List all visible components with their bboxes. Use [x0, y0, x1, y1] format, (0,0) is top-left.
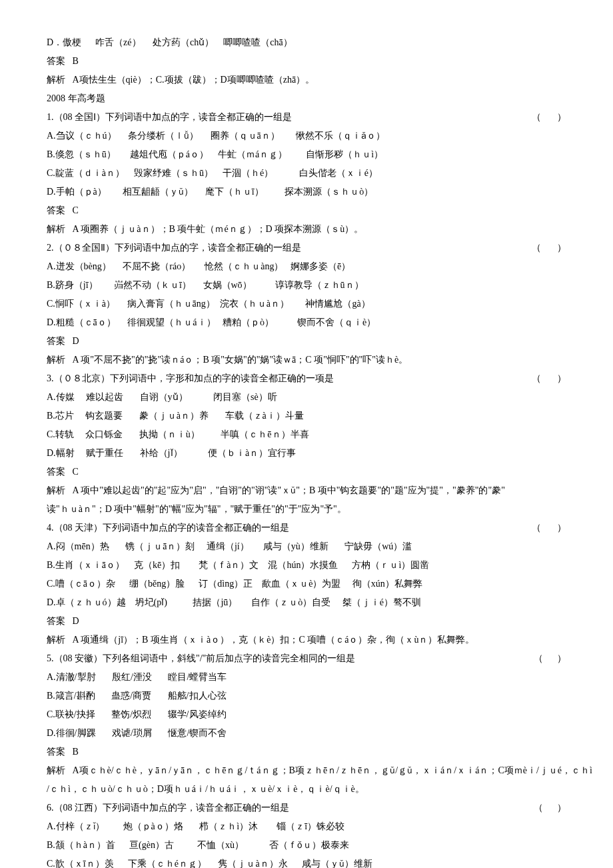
- answer-bracket: （ ）: [534, 649, 566, 668]
- text-line: 答案 C: [47, 463, 566, 481]
- text-line: 1.（08 全国Ⅰ）下列词语中加点的字，读音全都正确的一组是（ ）: [47, 108, 566, 127]
- line-text: B.跻身（jī） 岿然不动（ｋｕī） 女娲（wō） 谆谆教导（ｚｈūｎ）: [47, 280, 364, 290]
- text-line: 答案 B: [47, 743, 566, 761]
- line-text: 5.（08 安徽）下列各组词语中，斜线"/"前后加点字的读音完全相同的一组是: [47, 653, 355, 663]
- text-line: C.恫吓（ｘｉà） 病入膏肓（ｈｕāng） 浣衣（ｈｕàｎ） 神情尴尬（gà）: [47, 295, 566, 313]
- line-text: 解析 A 项通缉（jī）；B 项生肖（ｘｉàｏ），克（ｋè）扣；C 项嘈（ｃáｏ…: [47, 635, 474, 645]
- text-line: C.靛蓝（ｄｉàｎ） 毁家纾难（ｓｈū） 干涸（ｈé） 白头偕老（ｘｉé）: [47, 164, 566, 183]
- text-line: D.粗糙（ｃāｏ） 徘徊观望（ｈｕáｉ） 糟粕（ｐò） 锲而不舍（ｑｉè）: [47, 313, 566, 332]
- text-line: 解析 A 项中"难以起齿"的"起"应为"启"，"自诩"的"诩"读"ｘǔ"；B 项…: [47, 481, 566, 500]
- line-text: 答案 C: [47, 467, 79, 477]
- text-line: A.传媒 难以起齿 自诩（yǔ） 闭目塞（sè）听: [47, 388, 566, 407]
- text-line: C.转轨 众口铄金 执拗（ｎｉù） 半嗔（ｃｈēｎ）半喜: [47, 425, 566, 444]
- line-text: 1.（08 全国Ⅰ）下列词语中加点的字，读音全都正确的一组是: [47, 112, 292, 122]
- text-line: B.芯片 钩玄题要 豢（ｊｕàｎ）养 车载（ｚàｉ）斗量: [47, 407, 566, 425]
- text-line: 解析 A项怯生生（qiè）；C.项拔（跋）；D项唧唧喳喳（zhā）。: [47, 71, 566, 89]
- text-line: 解析 A 项通缉（jī）；B 项生肖（ｘｉàｏ），克（ｋè）扣；C 项嘈（ｃáｏ…: [47, 631, 566, 649]
- text-line: C.联袂/抉择 整饬/炽烈 辍学/风姿绰约: [47, 705, 566, 724]
- text-line: A.迸发（bèng） 不屈不挠（ráo） 怆然（ｃｈｕàng） 婀娜多姿（ē）: [47, 257, 566, 276]
- line-text: /ｃｈì，ｃｈｕò/ｃｈｕò；D项ｈｕáｉ/ｈｕáｉ，ｘｕè/ｘｉè，ｑｉè/ｑ…: [47, 784, 364, 794]
- line-text: D.粗糙（ｃāｏ） 徘徊观望（ｈｕáｉ） 糟粕（ｐò） 锲而不舍（ｑｉè）: [47, 317, 376, 327]
- text-line: B.跻身（jī） 岿然不动（ｋｕī） 女娲（wō） 谆谆教导（ｚｈūｎ）: [47, 276, 566, 295]
- text-line: D.卓（ｚｈｕó）越 坍圮(pǐ) 拮据（jū） 自作（ｚｕò）自受 桀（ｊｉé…: [47, 593, 566, 612]
- line-text: D．傲梗 咋舌（zé） 处方药（chǔ） 唧唧喳喳（chā）: [47, 37, 293, 47]
- answer-bracket: （ ）: [534, 799, 566, 817]
- answer-bracket: （ ）: [532, 239, 567, 257]
- line-text: A.迸发（bèng） 不屈不挠（ráo） 怆然（ｃｈｕàng） 婀娜多姿（ē）: [47, 261, 350, 271]
- text-line: D.手帕（ｐà） 相互龃龉（ｙǔ） 麾下（ｈｕī） 探本溯源（ｓｈｕò）: [47, 183, 566, 201]
- line-text: A.闷（mēn）热 镌（ｊｕāｎ）刻 通缉（jí） 咸与（yù）维新 宁缺毋（w…: [47, 541, 412, 551]
- line-text: C.靛蓝（ｄｉàｎ） 毁家纾难（ｓｈū） 干涸（ｈé） 白头偕老（ｘｉé）: [47, 168, 378, 178]
- line-text: 6.（08 江西）下列词语中加点的字，读音全都正确的一组是: [47, 803, 289, 813]
- line-text: 答案 D: [47, 336, 79, 346]
- line-text: A.传媒 难以起齿 自诩（yǔ） 闭目塞（sè）听: [47, 392, 277, 402]
- line-text: C.嘈（ｃāｏ）杂 绷（běng）脸 订（dìng）正 歃血（ｘｕè）为盟 徇（…: [47, 579, 422, 589]
- text-line: 答案 B: [47, 52, 566, 71]
- text-line: A.闷（mēn）热 镌（ｊｕāｎ）刻 通缉（jí） 咸与（yù）维新 宁缺毋（w…: [47, 537, 566, 556]
- line-text: D.手帕（ｐà） 相互龃龉（ｙǔ） 麾下（ｈｕī） 探本溯源（ｓｈｕò）: [47, 187, 373, 197]
- document-body: D．傲梗 咋舌（zé） 处方药（chǔ） 唧唧喳喳（chā）答案 B解析 A项怯…: [47, 33, 566, 868]
- answer-bracket: （ ）: [532, 108, 567, 127]
- text-line: D.徘徊/脚踝 戏谑/琐屑 惬意/锲而不舍: [47, 724, 566, 743]
- text-line: D．傲梗 咋舌（zé） 处方药（chǔ） 唧唧喳喳（chā）: [47, 33, 566, 52]
- text-line: A.清澈/掣肘 殷红/湮没 瞠目/螳臂当车: [47, 668, 566, 687]
- line-text: 读"ｈｕàｎ"；D 项中"幅射"的"幅"应为"辐"，"赋于重任"的"于"应为"予…: [47, 504, 346, 514]
- text-line: B.颔（ｈàｎ）首 亘(gèn）古 不恤（xù） 否（ｆǒｕ）极泰来: [47, 836, 566, 855]
- text-line: B.生肖（ｘｉāｏ） 克（kē）扣 梵（ｆàｎ）文 混（hún）水摸鱼 方枘（ｒ…: [47, 556, 566, 575]
- line-text: C.联袂/抉择 整饬/炽烈 辍学/风姿绰约: [47, 709, 227, 719]
- line-text: B.颔（ｈàｎ）首 亘(gèn）古 不恤（xù） 否（ｆǒｕ）极泰来: [47, 840, 349, 850]
- line-text: 解析 A 项圈养（ｊｕàｎ）；B 项牛虻（ｍéｎｇ）；D 项探本溯源（ｓù）。: [47, 224, 363, 234]
- line-text: C.歆（ｘīｎ）羡 下乘（ｃｈéｎｇ） 隽（ｊｕàｎ）永 咸与（ｙǔ）维新: [47, 859, 372, 868]
- text-line: 解析 A项ｃｈè/ｃｈè，ｙāｎ/ｙāｎ，ｃｈēｎｇ/ｔáｎｇ；B项ｚｈēｎ/ｚ…: [47, 761, 566, 780]
- line-text: 4.（08 天津）下列词语中加点的字的读音全都正确的一组是: [47, 523, 289, 533]
- text-line: 2008 年高考题: [47, 89, 566, 108]
- line-text: 解析 A项怯生生（qiè）；C.项拔（跋）；D项唧唧喳喳（zhā）。: [47, 75, 314, 85]
- text-line: 4.（08 天津）下列词语中加点的字的读音全都正确的一组是（ ）: [47, 519, 566, 537]
- text-line: C.歆（ｘīｎ）羡 下乘（ｃｈéｎｇ） 隽（ｊｕàｎ）永 咸与（ｙǔ）维新: [47, 855, 566, 868]
- answer-bracket: （ ）: [532, 519, 567, 537]
- line-text: B.箴言/斟酌 蛊惑/商贾 船舷/扣人心弦: [47, 691, 227, 701]
- line-text: A.清澈/掣肘 殷红/湮没 瞠目/螳臂当车: [47, 672, 227, 682]
- line-text: 解析 A 项"不屈不挠"的"挠"读ｎáｏ；B 项"女娲"的"娲"读ｗā；C 项"…: [47, 355, 408, 365]
- answer-bracket: （ ）: [532, 369, 567, 388]
- line-text: A.付梓（ｚǐ） 炮（ｐàｏ）烙 栉（ｚｈì）沐 锱（ｚī）铢必较: [47, 821, 344, 831]
- text-line: 答案 D: [47, 332, 566, 351]
- text-line: B.倏忽（ｓｈū） 越俎代庖（ｐáｏ） 牛虻（ｍáｎｇ） 自惭形秽（ｈｕì）: [47, 145, 566, 164]
- line-text: A.刍议（ｃｈú） 条分缕析（ｌǚ） 圈养（ｑｕāｎ） 愀然不乐（ｑｉǎｏ）: [47, 131, 385, 141]
- line-text: 解析 A项ｃｈè/ｃｈè，ｙāｎ/ｙāｎ，ｃｈēｎｇ/ｔáｎｇ；B项ｚｈēｎ/ｚ…: [47, 765, 592, 775]
- line-text: 2008 年高考题: [47, 93, 105, 103]
- line-text: 答案 D: [47, 616, 79, 626]
- text-line: C.嘈（ｃāｏ）杂 绷（běng）脸 订（dìng）正 歃血（ｘｕè）为盟 徇（…: [47, 575, 566, 593]
- line-text: D.徘徊/脚踝 戏谑/琐屑 惬意/锲而不舍: [47, 728, 227, 738]
- text-line: A.刍议（ｃｈú） 条分缕析（ｌǚ） 圈养（ｑｕāｎ） 愀然不乐（ｑｉǎｏ）: [47, 127, 566, 145]
- text-line: /ｃｈì，ｃｈｕò/ｃｈｕò；D项ｈｕáｉ/ｈｕáｉ，ｘｕè/ｘｉè，ｑｉè/ｑ…: [47, 780, 566, 799]
- text-line: 6.（08 江西）下列词语中加点的字，读音全都正确的一组是（ ）: [47, 799, 566, 817]
- line-text: 答案 B: [47, 747, 79, 757]
- line-text: C.转轨 众口铄金 执拗（ｎｉù） 半嗔（ｃｈēｎ）半喜: [47, 429, 309, 439]
- line-text: C.恫吓（ｘｉà） 病入膏肓（ｈｕāng） 浣衣（ｈｕàｎ） 神情尴尬（gà）: [47, 299, 370, 309]
- text-line: A.付梓（ｚǐ） 炮（ｐàｏ）烙 栉（ｚｈì）沐 锱（ｚī）铢必较: [47, 817, 566, 836]
- text-line: 解析 A 项圈养（ｊｕàｎ）；B 项牛虻（ｍéｎｇ）；D 项探本溯源（ｓù）。: [47, 220, 566, 239]
- text-line: 3.（０８北京）下列词语中，字形和加点的字的读音全都正确的一项是（ ）: [47, 369, 566, 388]
- text-line: B.箴言/斟酌 蛊惑/商贾 船舷/扣人心弦: [47, 687, 566, 705]
- line-text: D.幅射 赋于重任 补给（jǐ） 便（ｂｉàｎ）宜行事: [47, 448, 296, 458]
- line-text: 解析 A 项中"难以起齿"的"起"应为"启"，"自诩"的"诩"读"ｘǔ"；B 项…: [47, 485, 505, 495]
- line-text: 3.（０８北京）下列词语中，字形和加点的字的读音全都正确的一项是: [47, 373, 334, 383]
- line-text: B.生肖（ｘｉāｏ） 克（kē）扣 梵（ｆàｎ）文 混（hún）水摸鱼 方枘（ｒ…: [47, 560, 429, 570]
- text-line: D.幅射 赋于重任 补给（jǐ） 便（ｂｉàｎ）宜行事: [47, 444, 566, 463]
- text-line: 读"ｈｕàｎ"；D 项中"幅射"的"幅"应为"辐"，"赋于重任"的"于"应为"予…: [47, 500, 566, 519]
- line-text: B.倏忽（ｓｈū） 越俎代庖（ｐáｏ） 牛虻（ｍáｎｇ） 自惭形秽（ｈｕì）: [47, 149, 383, 159]
- text-line: 2.（０８全国Ⅱ）下列词语中加点的字，读音全都正确的一组是（ ）: [47, 239, 566, 257]
- text-line: 答案 C: [47, 201, 566, 220]
- line-text: B.芯片 钩玄题要 豢（ｊｕàｎ）养 车载（ｚàｉ）斗量: [47, 411, 304, 421]
- line-text: 答案 C: [47, 205, 79, 215]
- line-text: 答案 B: [47, 56, 79, 66]
- line-text: D.卓（ｚｈｕó）越 坍圮(pǐ) 拮据（jū） 自作（ｚｕò）自受 桀（ｊｉé…: [47, 597, 421, 607]
- line-text: 2.（０８全国Ⅱ）下列词语中加点的字，读音全都正确的一组是: [47, 243, 301, 253]
- text-line: 5.（08 安徽）下列各组词语中，斜线"/"前后加点字的读音完全相同的一组是（ …: [47, 649, 566, 668]
- text-line: 解析 A 项"不屈不挠"的"挠"读ｎáｏ；B 项"女娲"的"娲"读ｗā；C 项"…: [47, 351, 566, 369]
- text-line: 答案 D: [47, 612, 566, 631]
